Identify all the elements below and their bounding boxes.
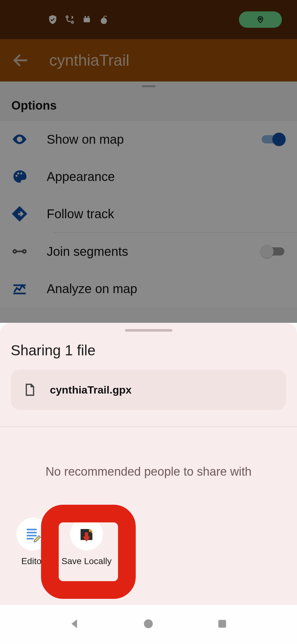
svg-point-13 — [13, 250, 16, 253]
share-target-label: Editor — [21, 556, 44, 566]
header-title: cynthiaTrail — [49, 51, 129, 69]
document-icon — [22, 382, 37, 397]
svg-point-0 — [66, 16, 68, 18]
nav-recents-icon[interactable] — [216, 617, 229, 632]
toggle-join-segments[interactable] — [260, 245, 286, 258]
back-icon[interactable] — [11, 51, 30, 70]
svg-point-10 — [17, 172, 19, 174]
shared-file-name: cynthiaTrail.gpx — [50, 384, 132, 396]
svg-point-1 — [71, 21, 73, 23]
svg-point-5 — [101, 18, 107, 24]
eye-icon — [11, 131, 28, 147]
svg-rect-17 — [27, 535, 37, 536]
option-label: Show on map — [47, 132, 260, 147]
share-sheet: Sharing 1 file cynthiaTrail.gpx No recom… — [0, 323, 297, 605]
nodes-link-icon — [11, 243, 28, 260]
svg-rect-23 — [218, 620, 226, 628]
share-target-label: Save Locally — [62, 556, 112, 566]
shared-file-card[interactable]: cynthiaTrail.gpx — [11, 370, 286, 410]
options-section-title: Options — [11, 99, 57, 112]
svg-rect-2 — [84, 18, 90, 22]
option-show-on-map[interactable]: Show on map — [0, 121, 297, 158]
option-follow-track[interactable]: Follow track — [0, 195, 297, 232]
no-recommendations-text: No recommended people to share with — [11, 465, 286, 478]
option-label: Follow track — [47, 207, 286, 221]
option-join-segments[interactable]: Join segments — [0, 233, 297, 270]
option-label: Appearance — [47, 170, 286, 184]
chart-line-icon — [11, 280, 28, 297]
svg-point-9 — [15, 175, 17, 177]
option-label: Join segments — [47, 244, 260, 259]
svg-point-7 — [259, 18, 261, 20]
android-debug-icon — [81, 14, 92, 25]
svg-rect-15 — [27, 529, 37, 530]
options-section-header: Options — [0, 91, 297, 121]
svg-rect-21 — [92, 530, 92, 533]
location-pill[interactable] — [239, 11, 282, 28]
nav-home-icon[interactable] — [142, 617, 155, 632]
svg-rect-19 — [89, 529, 90, 532]
share-target-editor[interactable]: Editor — [12, 518, 54, 566]
system-nav-bar — [0, 605, 297, 644]
share-title: Sharing 1 file — [11, 342, 286, 359]
editor-icon — [24, 525, 42, 543]
option-appearance[interactable]: Appearance — [0, 158, 297, 195]
sheet-grip[interactable] — [11, 329, 286, 339]
option-analyze-on-map[interactable]: Analyze on map — [0, 270, 297, 307]
palette-icon — [11, 168, 28, 185]
svg-point-11 — [20, 172, 22, 174]
svg-point-8 — [18, 138, 21, 141]
svg-point-22 — [144, 619, 153, 628]
svg-rect-18 — [27, 538, 34, 539]
title-bar: cynthiaTrail — [0, 39, 297, 81]
option-label: Analyze on map — [47, 282, 286, 296]
route-icon — [64, 14, 75, 25]
svg-rect-6 — [104, 16, 104, 18]
svg-rect-16 — [27, 532, 37, 533]
svg-point-14 — [23, 250, 26, 253]
turn-arrow-icon — [11, 206, 28, 222]
shield-check-icon — [47, 14, 58, 25]
panel-grip[interactable] — [0, 81, 297, 91]
nav-back-icon[interactable] — [68, 617, 81, 632]
share-target-save-locally[interactable]: Save Locally — [66, 518, 107, 566]
bomb-icon — [98, 14, 109, 25]
status-bar — [0, 0, 297, 39]
toggle-show-on-map[interactable] — [260, 133, 286, 146]
svg-rect-20 — [90, 529, 91, 532]
sd-card-download-icon — [76, 524, 97, 544]
